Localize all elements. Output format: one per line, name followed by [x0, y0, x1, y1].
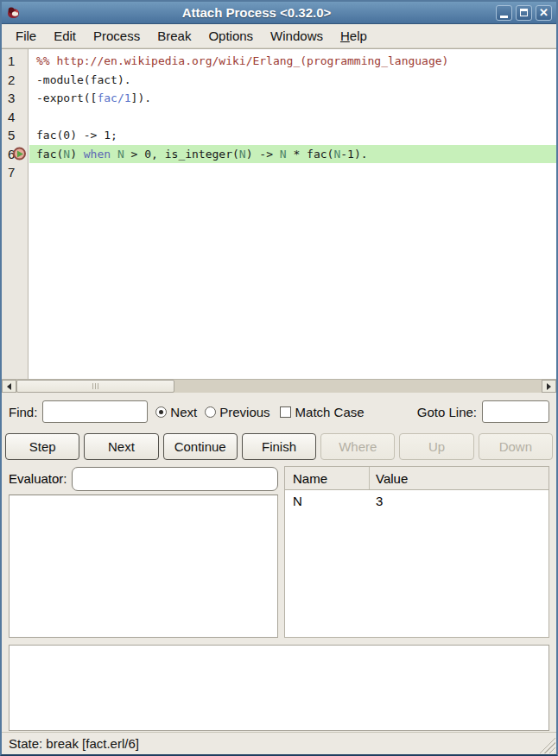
scrollbar-trough[interactable]	[174, 380, 542, 393]
step-button[interactable]: Step	[5, 433, 79, 460]
find-label: Find:	[9, 405, 37, 419]
middle-panes: Evaluator: Name Value N3	[2, 462, 556, 638]
resize-grip-icon[interactable]	[538, 736, 555, 753]
status-text: State: break [fact.erl/6]	[9, 736, 139, 751]
line-number: 4	[2, 108, 29, 127]
line-number: 3	[2, 89, 29, 108]
left-arrow-icon	[7, 383, 11, 390]
code-line[interactable]: 6fac(N) when N > 0, is_integer(N) -> N *…	[2, 145, 556, 164]
thumb-grip	[98, 383, 98, 389]
goto-line-input[interactable]	[482, 400, 549, 423]
maximize-button[interactable]	[516, 5, 532, 21]
up-button: Up	[399, 433, 473, 460]
down-button: Down	[479, 433, 553, 460]
variable-row[interactable]: N3	[285, 490, 548, 511]
line-number: 1	[2, 52, 29, 71]
direction-next-radio[interactable]	[155, 406, 167, 418]
code-text: -module(fact).	[29, 71, 556, 90]
match-case-label: Match Case	[295, 405, 365, 419]
variables-body[interactable]: N3	[285, 490, 548, 637]
status-bar: State: break [fact.erl/6]	[2, 732, 556, 754]
code-line[interactable]: 7	[2, 163, 556, 182]
menu-item-break[interactable]: Break	[149, 26, 200, 46]
close-button[interactable]: ✕	[536, 5, 552, 21]
scroll-left-button[interactable]	[2, 380, 16, 393]
code-line[interactable]: 1%% http://en.wikipedia.org/wiki/Erlang_…	[2, 52, 556, 71]
code-text: fac(N) when N > 0, is_integer(N) -> N * …	[29, 145, 556, 164]
menu-item-help[interactable]: Help	[332, 26, 376, 46]
finish-button[interactable]: Finish	[242, 433, 316, 460]
scroll-right-button[interactable]	[542, 380, 556, 393]
line-number: 2	[2, 71, 29, 90]
value-column-header: Value	[370, 471, 548, 486]
right-arrow-icon	[547, 383, 551, 390]
code-line[interactable]: 5fac(0) -> 1;	[2, 126, 556, 145]
horizontal-scrollbar[interactable]	[2, 379, 556, 393]
evaluator-input[interactable]	[72, 467, 278, 491]
direction-previous-label: Previous	[219, 405, 269, 419]
menu-item-process[interactable]: Process	[85, 26, 149, 46]
code-text	[29, 108, 556, 127]
name-column-header: Name	[285, 467, 370, 489]
window-title: Attach Process <0.32.0>	[21, 5, 492, 20]
find-input[interactable]	[42, 400, 148, 423]
evaluator-label: Evaluator:	[9, 471, 67, 486]
minimize-button[interactable]	[496, 5, 512, 21]
variable-name: N	[285, 494, 370, 508]
evaluator-column: Evaluator:	[9, 466, 278, 638]
thumb-grip	[92, 383, 93, 389]
variables-header: Name Value	[285, 467, 548, 490]
line-number: 7	[2, 163, 29, 182]
next-button[interactable]: Next	[84, 433, 158, 460]
title-bar[interactable]: Attach Process <0.32.0> ✕	[2, 2, 556, 24]
close-icon: ✕	[539, 7, 548, 18]
current-line-breakpoint-icon	[13, 148, 26, 161]
code-text: %% http://en.wikipedia.org/wiki/Erlang_(…	[29, 52, 556, 71]
evaluator-row: Evaluator:	[9, 466, 278, 491]
source-code-view[interactable]: 1%% http://en.wikipedia.org/wiki/Erlang_…	[2, 48, 556, 379]
where-button: Where	[320, 433, 395, 460]
variable-value: 3	[370, 494, 548, 508]
scrollbar-thumb[interactable]	[16, 380, 174, 393]
find-bar: Find: Next Previous Match Case Goto Line…	[2, 393, 556, 431]
menu-item-edit[interactable]: Edit	[45, 26, 85, 46]
attach-process-window: Attach Process <0.32.0> ✕ FileEditProces…	[0, 0, 558, 756]
code-line[interactable]: 4	[2, 108, 556, 127]
match-case-checkbox[interactable]	[280, 406, 291, 418]
debug-buttons-row: StepNextContinueFinishWhereUpDown	[2, 431, 556, 462]
code-text	[29, 163, 556, 182]
menu-item-options[interactable]: Options	[200, 26, 262, 46]
line-number: 5	[2, 126, 29, 145]
code-text: -export([fac/1]).	[29, 89, 556, 108]
trace-area	[2, 638, 556, 731]
code-text: fac(0) -> 1;	[29, 126, 556, 145]
continue-button[interactable]: Continue	[163, 433, 238, 460]
variables-table: Name Value N3	[284, 466, 549, 638]
code-lines: 1%% http://en.wikipedia.org/wiki/Erlang_…	[2, 49, 556, 182]
evaluator-output-pane[interactable]	[9, 495, 278, 638]
direction-previous-radio[interactable]	[205, 406, 216, 418]
menu-item-file[interactable]: File	[7, 26, 45, 46]
minimize-icon	[500, 16, 508, 18]
thumb-grip	[95, 383, 96, 389]
direction-next-label: Next	[170, 405, 197, 419]
menu-bar: FileEditProcessBreakOptionsWindowsHelp	[2, 24, 556, 48]
trace-pane[interactable]	[9, 645, 549, 731]
code-line[interactable]: 2-module(fact).	[2, 71, 556, 90]
menu-item-windows[interactable]: Windows	[262, 26, 332, 46]
goto-line-label: Goto Line:	[417, 405, 477, 419]
code-line[interactable]: 3-export([fac/1]).	[2, 89, 556, 108]
app-icon	[6, 5, 21, 20]
maximize-icon	[520, 9, 528, 16]
